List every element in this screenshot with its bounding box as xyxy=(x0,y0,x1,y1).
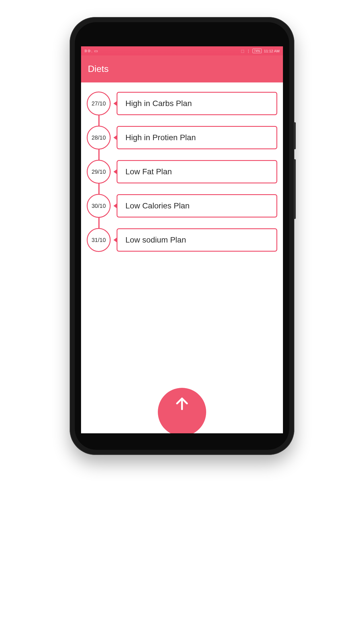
scroll-up-button[interactable] xyxy=(158,388,206,433)
wifi-icon: ⋮ xyxy=(247,49,250,53)
phone-side-button xyxy=(294,122,296,149)
battery-indicator: 74% xyxy=(253,49,262,53)
timeline: 27/10 High in Carbs Plan 28/10 High in P… xyxy=(87,92,277,252)
date-badge: 29/10 xyxy=(87,160,111,184)
phone-side-button xyxy=(294,159,296,219)
phone-inner-frame: ⊪⊪. ▭ ⬚ ⋮ 74% 11:12 AM Diets 27 xyxy=(75,22,289,450)
status-bar: ⊪⊪. ▭ ⬚ ⋮ 74% 11:12 AM xyxy=(81,46,283,55)
diet-plan-item[interactable]: 31/10 Low sodium Plan xyxy=(87,228,277,252)
page-title: Diets xyxy=(88,64,109,74)
app-screen: ⊪⊪. ▭ ⬚ ⋮ 74% 11:12 AM Diets 27 xyxy=(81,46,283,433)
plan-label[interactable]: Low Calories Plan xyxy=(117,194,277,218)
plan-label[interactable]: Low Fat Plan xyxy=(117,160,277,183)
network-icon: ⬚ xyxy=(241,49,244,53)
diet-plan-item[interactable]: 29/10 Low Fat Plan xyxy=(87,160,277,184)
status-right: ⬚ ⋮ 74% 11:12 AM xyxy=(241,49,280,53)
diet-plan-item[interactable]: 28/10 High in Protien Plan xyxy=(87,126,277,150)
phone-device-frame: ⊪⊪. ▭ ⬚ ⋮ 74% 11:12 AM Diets 27 xyxy=(70,17,294,455)
signal-icon: ⊪⊪. xyxy=(84,49,92,53)
date-badge: 28/10 xyxy=(87,126,111,150)
clock-time: 11:12 AM xyxy=(264,49,280,53)
plan-label[interactable]: High in Carbs Plan xyxy=(117,92,277,115)
diet-plan-item[interactable]: 30/10 Low Calories Plan xyxy=(87,194,277,218)
content-area: 27/10 High in Carbs Plan 28/10 High in P… xyxy=(81,82,283,433)
date-badge: 31/10 xyxy=(87,228,111,252)
plan-label[interactable]: High in Protien Plan xyxy=(117,126,277,149)
app-header: Diets xyxy=(81,55,283,82)
arrow-up-icon xyxy=(173,395,191,412)
battery-small-icon: ▭ xyxy=(94,49,98,53)
date-badge: 30/10 xyxy=(87,194,111,218)
date-badge: 27/10 xyxy=(87,92,111,115)
diet-plan-item[interactable]: 27/10 High in Carbs Plan xyxy=(87,92,277,115)
plan-label[interactable]: Low sodium Plan xyxy=(117,228,277,252)
status-left: ⊪⊪. ▭ xyxy=(84,49,98,53)
